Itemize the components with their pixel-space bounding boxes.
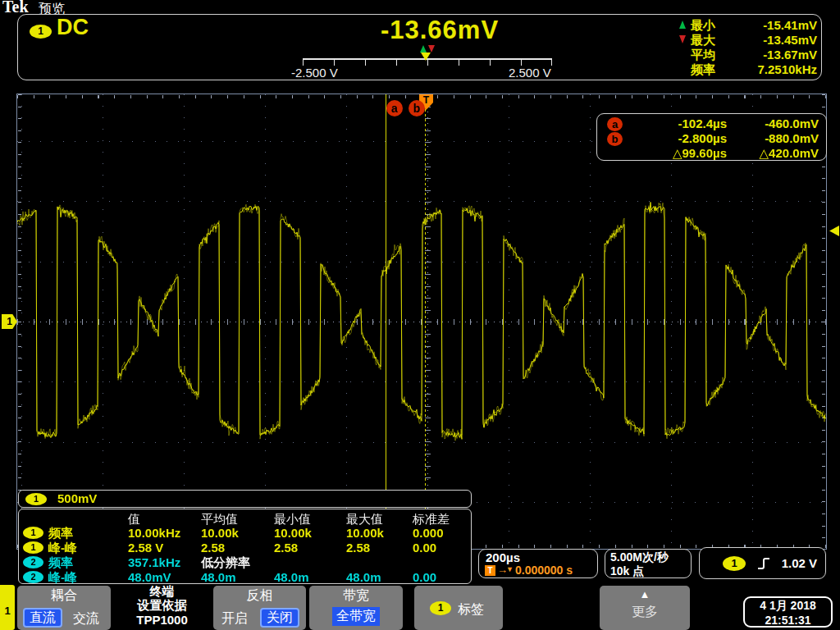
cursor-b-time: -2.800µs	[630, 131, 727, 145]
channel-badge: 2	[23, 571, 43, 583]
invert-button[interactable]: 反相 开启 关闭	[213, 586, 306, 630]
trigger-delay-value: 0.000000 s	[515, 564, 573, 577]
measurement-row: 1 峰-峰 2.58 V 2.58 2.58 2.58 0.00	[19, 541, 471, 555]
scale-tick	[459, 58, 459, 66]
channel-scale-bar[interactable]: 1 500mV	[18, 490, 472, 508]
measurement-table: 值 平均值 最小值 最大值 标准差 1 频率 10.00kHz 10.00k 1…	[18, 509, 472, 584]
scale-tick	[396, 58, 397, 66]
meas-name: 频率	[48, 526, 73, 541]
acquisition-box: 5.00M次/秒 10k 点	[605, 549, 692, 578]
stat-value: -15.41mV	[763, 18, 817, 32]
meas-std: 0.00	[413, 541, 436, 555]
horizontal-settings-box: 200µs T → ▼ 0.000000 s	[478, 549, 598, 578]
channel-1-position-marker[interactable]: 1	[2, 314, 17, 329]
channel-scale-value: 500mV	[57, 491, 97, 505]
stat-value: -13.45mV	[763, 33, 817, 47]
scale-tick	[551, 58, 552, 66]
invert-title: 反相	[213, 587, 306, 605]
termination-line2: 设置依据	[114, 598, 210, 614]
time-value: 21:51:31	[745, 614, 831, 627]
graticule: a b T	[17, 94, 826, 549]
stat-value: -13.67mV	[763, 48, 817, 62]
meas-name: 峰-峰	[48, 541, 77, 556]
record-length: 10k 点	[610, 564, 644, 579]
stat-label: 最小	[691, 18, 715, 34]
more-button[interactable]: ▲ 更多	[600, 586, 690, 630]
bottom-menu-bar: 1 耦合 直流 交流 终端 设置依据 TPP1000 反相 开启 关闭 带宽 全…	[0, 584, 840, 630]
meas-min: 2.58	[274, 541, 298, 555]
bandwidth-button[interactable]: 带宽 全带宽	[309, 586, 403, 630]
waveform-display-area: a b T	[16, 94, 827, 550]
trigger-level-marker-icon[interactable]	[829, 226, 839, 236]
max-flag-icon	[679, 35, 686, 43]
termination-line3: TPP1000	[114, 613, 210, 627]
scale-tick	[521, 58, 522, 66]
more-up-arrow-icon: ▲	[600, 588, 690, 600]
measurement-row: 1 频率 10.00kHz 10.00k 10.00k 10.00k 0.000	[19, 526, 471, 541]
min-flag-icon	[679, 21, 686, 29]
max-indicator-icon	[428, 45, 435, 52]
meas-value: 10.00kHz	[128, 526, 180, 540]
meas-name: 频率	[48, 555, 73, 571]
stat-row-freq: 频率 7.2510kHz	[678, 62, 819, 77]
cursor-a-time: -102.4µs	[630, 116, 727, 130]
invert-off-option[interactable]: 关闭	[260, 608, 299, 628]
measurement-row: 2 频率 357.1kHz 低分辨率	[19, 555, 471, 570]
main-measurement-value: -13.66mV	[325, 16, 555, 45]
trigger-t-icon: T	[485, 565, 495, 576]
mean-position-marker-icon	[421, 52, 431, 61]
coupling-ac-option[interactable]: 交流	[73, 610, 99, 628]
time-per-div: 200µs	[486, 550, 520, 564]
channel-1-badge: 1	[25, 493, 47, 505]
cursor-a-line[interactable]	[386, 94, 386, 549]
cursor-b-badge[interactable]: b	[409, 100, 425, 116]
scale-tick	[365, 58, 366, 66]
bandwidth-full-option[interactable]: 全带宽	[332, 607, 380, 626]
channel-1-badge: 1	[30, 25, 52, 39]
channel-badge: 1	[23, 541, 43, 554]
sample-rate: 5.00M次/秒	[610, 550, 669, 565]
meas-value: 357.1kHz	[128, 555, 180, 569]
meas-mean: 48.0m	[201, 570, 236, 584]
more-title: 更多	[600, 604, 690, 621]
coupling-dc-option[interactable]: 直流	[23, 608, 62, 628]
coupling-title: 耦合	[17, 587, 111, 605]
rising-edge-slope-icon	[757, 555, 770, 572]
oscilloscope-screen: Tek 预览 1 DC -13.66mV -2.500 V 2.500 V 最小…	[0, 0, 840, 630]
channel-badge: 1	[23, 527, 43, 539]
channel-badge: 2	[23, 556, 43, 568]
scale-tick	[490, 58, 491, 66]
scale-tick	[303, 58, 304, 66]
cursor-b-line[interactable]	[425, 94, 426, 549]
cursor-b-row: b -2.800µs -880.0mV	[597, 131, 826, 146]
meas-value: 48.0mV	[128, 570, 171, 584]
stat-row-min: 最小 -15.41mV	[678, 18, 819, 33]
menu-channel-tab[interactable]: 1	[0, 585, 15, 630]
date-value: 4 1月 2018	[745, 599, 831, 614]
meas-mean: 2.58	[201, 541, 225, 555]
label-button[interactable]: 1 标签	[414, 586, 503, 630]
meas-max: 2.58	[346, 541, 370, 555]
top-readout-box: 1 DC -13.66mV -2.500 V 2.500 V 最小 -15.41…	[17, 14, 822, 80]
min-indicator-icon	[420, 45, 427, 52]
label-title: 标签	[458, 601, 484, 619]
meas-min: 48.0m	[274, 570, 309, 584]
low-resolution-warning: 低分辨率	[201, 555, 250, 571]
coupling-button[interactable]: 耦合 直流 交流	[17, 586, 111, 630]
meas-std: 0.00	[413, 570, 436, 584]
cursor-delta-time: △99.60µs	[630, 146, 727, 161]
waveform-canvas	[17, 94, 826, 549]
stat-label: 最大	[691, 33, 715, 48]
stat-row-max: 最大 -13.45mV	[678, 33, 819, 48]
meas-value: 2.58 V	[128, 541, 163, 555]
trigger-pos-icon: ▼	[506, 565, 514, 573]
cursor-delta-row: △99.60µs △420.0mV	[597, 146, 826, 161]
stat-label: 平均	[691, 48, 715, 63]
meas-mean: 10.00k	[201, 526, 239, 540]
trigger-level-value: 1.02 V	[782, 556, 817, 570]
invert-on-option[interactable]: 开启	[221, 610, 248, 628]
cursor-a-badge[interactable]: a	[386, 100, 403, 116]
coupling-readout: DC	[57, 15, 89, 40]
meas-max: 10.00k	[346, 526, 384, 540]
termination-button[interactable]: 终端 设置依据 TPP1000	[114, 584, 210, 630]
